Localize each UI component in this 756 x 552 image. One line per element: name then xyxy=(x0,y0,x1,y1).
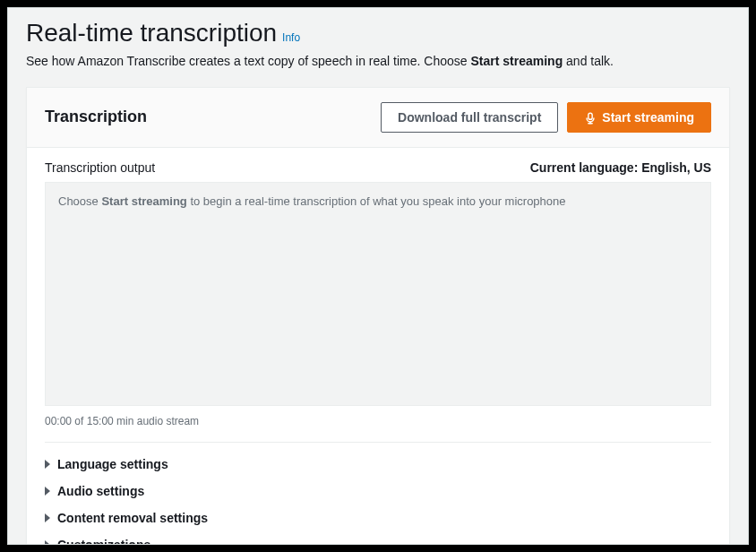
microphone-icon xyxy=(584,111,597,124)
transcription-panel: Transcription Download full transcript xyxy=(26,87,730,545)
settings-item-language[interactable]: Language settings xyxy=(45,443,711,478)
panel-actions: Download full transcript Start streaming xyxy=(381,102,711,133)
download-transcript-label: Download full transcript xyxy=(398,108,541,126)
settings-item-label: Content removal settings xyxy=(57,511,208,525)
page-header: Real-time transcription Info See how Ama… xyxy=(8,8,748,71)
current-language: Current language: English, US xyxy=(530,160,711,175)
output-placeholder-pre: Choose xyxy=(58,194,101,208)
app-frame: Real-time transcription Info See how Ama… xyxy=(7,7,749,545)
page-description-bold: Start streaming xyxy=(470,54,563,68)
start-streaming-button[interactable]: Start streaming xyxy=(567,102,711,133)
page-description-post: and talk. xyxy=(563,54,614,68)
download-transcript-button[interactable]: Download full transcript xyxy=(381,102,558,133)
settings-item-label: Audio settings xyxy=(57,484,144,498)
settings-item-label: Customizations xyxy=(57,538,150,545)
caret-right-icon xyxy=(45,460,50,469)
page-description-pre: See how Amazon Transcribe creates a text… xyxy=(26,54,470,68)
settings-item-customizations[interactable]: Customizations xyxy=(45,531,711,545)
output-placeholder-post: to begin a real-time transcription of wh… xyxy=(187,194,566,208)
output-label: Transcription output xyxy=(45,160,155,175)
start-streaming-label: Start streaming xyxy=(602,108,694,126)
stream-time: 00:00 of 15:00 min audio stream xyxy=(45,415,711,427)
output-placeholder-bold: Start streaming xyxy=(101,194,186,208)
output-header-row: Transcription output Current language: E… xyxy=(45,160,711,175)
caret-right-icon xyxy=(45,513,50,522)
caret-right-icon xyxy=(45,540,50,545)
panel-header: Transcription Download full transcript xyxy=(27,88,729,148)
page-title: Real-time transcription xyxy=(26,19,277,47)
panel-title: Transcription xyxy=(45,108,147,126)
settings-item-audio[interactable]: Audio settings xyxy=(45,478,711,505)
settings-list: Language settings Audio settings Content… xyxy=(45,442,711,545)
page-description: See how Amazon Transcribe creates a text… xyxy=(26,53,730,71)
info-link[interactable]: Info xyxy=(282,31,300,44)
settings-item-label: Language settings xyxy=(57,457,168,471)
transcription-output-area: Choose Start streaming to begin a real-t… xyxy=(45,182,711,406)
settings-item-content-removal[interactable]: Content removal settings xyxy=(45,505,711,531)
panel-body: Transcription output Current language: E… xyxy=(27,148,729,545)
svg-rect-0 xyxy=(588,113,592,119)
caret-right-icon xyxy=(45,487,50,496)
page-title-row: Real-time transcription Info xyxy=(26,19,730,47)
